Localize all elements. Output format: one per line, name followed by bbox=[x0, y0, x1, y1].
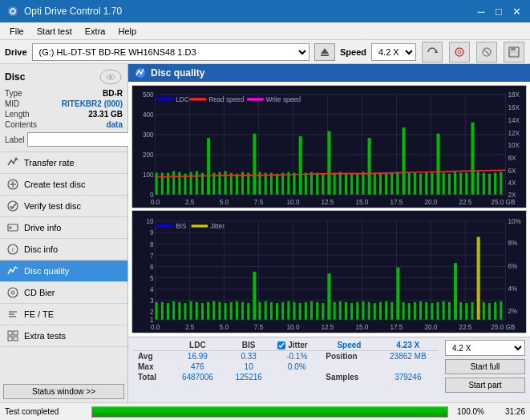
svg-rect-209 bbox=[247, 303, 249, 320]
sidebar-item-verify-test-disc[interactable]: Verify test disc bbox=[0, 196, 127, 217]
progress-bar-container bbox=[91, 406, 448, 418]
svg-rect-216 bbox=[287, 301, 289, 320]
col-empty bbox=[133, 340, 171, 351]
svg-rect-250 bbox=[483, 302, 485, 320]
label-input[interactable] bbox=[27, 132, 134, 147]
menu-extra[interactable]: Extra bbox=[79, 25, 112, 38]
svg-rect-136 bbox=[488, 174, 491, 195]
sidebar-item-fe-te[interactable]: FE / TE bbox=[0, 304, 127, 325]
speed-select[interactable]: 4.2 X bbox=[371, 43, 416, 61]
save-button[interactable] bbox=[504, 42, 524, 63]
eject-button[interactable] bbox=[314, 43, 335, 61]
svg-text:6X: 6X bbox=[508, 166, 516, 174]
svg-text:4X: 4X bbox=[508, 179, 516, 187]
sidebar-item-extra-tests[interactable]: Extra tests bbox=[0, 325, 127, 347]
type-value: BD-R bbox=[103, 89, 123, 98]
svg-rect-128 bbox=[443, 173, 445, 195]
svg-rect-247 bbox=[465, 303, 467, 320]
svg-rect-229 bbox=[362, 301, 364, 320]
menu-start-test[interactable]: Start test bbox=[30, 25, 79, 38]
titlebar: Opti Drive Control 1.70 ─ □ ✕ bbox=[0, 0, 530, 22]
svg-point-24 bbox=[8, 288, 18, 297]
svg-rect-112 bbox=[350, 173, 353, 195]
svg-text:5: 5 bbox=[150, 274, 154, 282]
erase-button[interactable] bbox=[476, 42, 497, 63]
nav-label-disc-info: Disc info bbox=[24, 244, 58, 254]
svg-rect-204 bbox=[218, 302, 220, 320]
row-avg-speed-val: 23862 MB bbox=[378, 351, 439, 362]
sidebar-item-cd-bier[interactable]: CD Bier bbox=[0, 282, 127, 304]
svg-marker-2 bbox=[321, 48, 329, 54]
col-speed: Speed bbox=[321, 340, 377, 351]
disc-image-icon bbox=[99, 69, 123, 85]
svg-point-5 bbox=[455, 48, 463, 56]
contents-label: Contents bbox=[5, 120, 37, 129]
svg-text:12X: 12X bbox=[508, 129, 520, 137]
status-window-button[interactable]: Status window >> bbox=[3, 384, 124, 399]
svg-rect-138 bbox=[500, 172, 502, 194]
svg-rect-196 bbox=[172, 301, 175, 320]
svg-rect-239 bbox=[419, 301, 422, 320]
minimize-button[interactable]: ─ bbox=[474, 4, 488, 18]
speed-control-select[interactable]: 4.2 X bbox=[445, 340, 525, 356]
save-icon bbox=[508, 46, 520, 58]
svg-text:10.0: 10.0 bbox=[287, 322, 300, 330]
burn-button[interactable] bbox=[449, 42, 470, 63]
sidebar-item-drive-info[interactable]: Drive info bbox=[0, 217, 127, 239]
svg-rect-252 bbox=[494, 302, 496, 320]
jitter-checkbox[interactable] bbox=[277, 341, 285, 349]
svg-rect-205 bbox=[225, 303, 227, 320]
progress-bar-fill bbox=[92, 407, 447, 417]
svg-text:14X: 14X bbox=[508, 115, 520, 123]
sidebar-item-create-test-disc[interactable]: Create test disc bbox=[0, 174, 127, 196]
sidebar-item-disc-quality[interactable]: Disc quality bbox=[0, 260, 127, 282]
transfer-rate-icon bbox=[6, 156, 19, 169]
svg-text:6%: 6% bbox=[508, 261, 517, 269]
svg-rect-132 bbox=[465, 173, 467, 195]
sidebar-item-disc-info[interactable]: i Disc info bbox=[0, 239, 127, 260]
refresh-button[interactable] bbox=[422, 42, 443, 63]
row-avg-jitter: -0.1% bbox=[273, 351, 321, 362]
svg-text:25.0 GB: 25.0 GB bbox=[491, 322, 515, 330]
svg-rect-129 bbox=[448, 174, 451, 195]
start-full-button[interactable]: Start full bbox=[445, 359, 525, 374]
svg-rect-203 bbox=[212, 301, 215, 320]
start-part-button[interactable]: Start part bbox=[445, 378, 525, 393]
svg-rect-127 bbox=[437, 134, 440, 195]
svg-rect-143 bbox=[247, 98, 263, 100]
maximize-button[interactable]: □ bbox=[492, 4, 506, 18]
svg-rect-3 bbox=[321, 55, 329, 56]
charts-container: 500 400 300 200 100 0 18X 16X 14X 12X 10… bbox=[128, 82, 530, 337]
svg-text:6: 6 bbox=[150, 263, 154, 271]
svg-rect-106 bbox=[316, 173, 318, 195]
svg-rect-251 bbox=[488, 303, 491, 320]
create-disc-icon bbox=[6, 178, 19, 191]
verify-disc-icon bbox=[6, 200, 19, 212]
svg-rect-90 bbox=[225, 171, 227, 194]
row-total-samples-val: 379246 bbox=[378, 372, 439, 382]
svg-rect-238 bbox=[414, 302, 416, 320]
svg-rect-102 bbox=[293, 173, 295, 195]
svg-text:LDC: LDC bbox=[176, 95, 188, 103]
drive-select[interactable]: (G:) HL-DT-ST BD-RE WH16NS48 1.D3 bbox=[32, 43, 310, 61]
svg-text:2: 2 bbox=[150, 308, 154, 316]
svg-rect-202 bbox=[207, 302, 209, 320]
svg-point-6 bbox=[458, 50, 461, 54]
svg-rect-31 bbox=[8, 337, 12, 341]
svg-text:200: 200 bbox=[143, 151, 154, 159]
row-max-bis: 10 bbox=[225, 361, 273, 372]
close-button[interactable]: ✕ bbox=[509, 4, 524, 18]
disc-info-icon: i bbox=[6, 243, 19, 256]
svg-text:20.0: 20.0 bbox=[424, 197, 437, 205]
sidebar-item-transfer-rate[interactable]: Transfer rate bbox=[0, 152, 127, 174]
svg-rect-119 bbox=[390, 173, 393, 195]
stats-table: LDC BIS Jitter Speed 4.23 X bbox=[133, 340, 439, 382]
menu-file[interactable]: File bbox=[3, 25, 30, 38]
svg-text:10%: 10% bbox=[508, 217, 521, 225]
svg-text:22.5: 22.5 bbox=[459, 322, 471, 330]
svg-rect-222 bbox=[322, 303, 324, 320]
svg-text:5.0: 5.0 bbox=[220, 322, 229, 330]
svg-rect-131 bbox=[459, 173, 462, 195]
menu-help[interactable]: Help bbox=[111, 25, 143, 38]
refresh-icon bbox=[427, 46, 438, 58]
